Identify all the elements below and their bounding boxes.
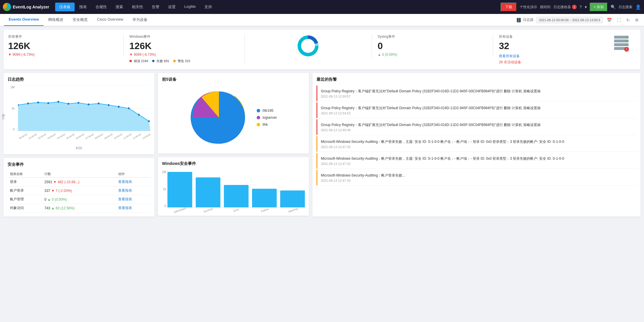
row-name-0: 登录 bbox=[8, 178, 42, 186]
pie-label-1: logserver bbox=[262, 116, 277, 120]
top5-devices-panel: 前5设备 bbox=[158, 73, 309, 154]
nav-item-support[interactable]: 支持 bbox=[200, 3, 216, 11]
warning-value: 315 bbox=[185, 59, 190, 63]
windows-events-change: ▼ 9099 (-6.73%) bbox=[129, 53, 239, 57]
nav-item-logme[interactable]: LogMe bbox=[180, 3, 200, 11]
alert-text-0: Group Policy Registry：客户端扩展无法对"Default D… bbox=[321, 89, 636, 94]
nav-item-dashboard[interactable]: 仪表板 bbox=[55, 3, 75, 11]
bar-failure bbox=[252, 189, 277, 208]
row-change-0: ▼ 482 (-15.68...) bbox=[53, 180, 80, 184]
search-icon[interactable]: 🔍 bbox=[611, 5, 616, 9]
x-label-10: 10:00:00 bbox=[114, 133, 123, 140]
row-action-2[interactable]: 查看报表 bbox=[118, 197, 132, 201]
stat-card-donut bbox=[245, 34, 372, 57]
row-action-0[interactable]: 查看报表 bbox=[118, 180, 132, 184]
tab-security[interactable]: 安全概览 bbox=[68, 14, 92, 26]
x-label-6: 06:00:00 bbox=[75, 133, 84, 140]
x-axis-title: 时间 bbox=[8, 146, 150, 150]
user-icon[interactable]: 👤 bbox=[635, 4, 641, 10]
nav-item-alerts[interactable]: 告警 bbox=[148, 3, 163, 11]
stat-cards-row: 所有事件 126K ▼ 9099 (-6.73%) Windows事件 126K… bbox=[3, 30, 641, 69]
nav-item-settings[interactable]: 设置 bbox=[164, 3, 180, 11]
all-events-change: ▼ 9099 (-6.73%) bbox=[8, 53, 118, 57]
trend-svg-area bbox=[18, 86, 150, 131]
windows-security-panel: Windows安全事件 1M 1k 0 bbox=[158, 157, 309, 216]
log-trend-panel: 日志趋势 1M 1k 0 计数 bbox=[3, 73, 154, 154]
svg-point-22 bbox=[78, 102, 79, 104]
add-button[interactable]: + 添加 bbox=[590, 3, 608, 12]
database-icon: 🗄️ bbox=[516, 18, 521, 22]
alert-item-2: Group Policy Registry：客户端扩展无法对"Default D… bbox=[316, 119, 636, 135]
alert-time-1: 2021-09-13 12:54:53 bbox=[321, 111, 636, 115]
date-range-picker[interactable]: 2021-09-13 00:00:00 ~ 2021-09-13 13:00:5 bbox=[536, 17, 603, 23]
jump-button[interactable]: 跳转到 bbox=[540, 5, 551, 10]
tab-huawei[interactable]: 华为设备 bbox=[128, 14, 152, 26]
alert-time-2: 2021-09-13 12:49:49 bbox=[321, 128, 636, 132]
download-button[interactable]: 下载 bbox=[501, 3, 517, 12]
alert-item-5: Microsoft-Windows-Security-Auditing：帐户登录… bbox=[316, 170, 636, 186]
bar-y-1m: 1M bbox=[162, 170, 166, 174]
windows-events-value: 126K bbox=[129, 40, 239, 51]
logo-icon bbox=[3, 3, 11, 11]
personalize-button[interactable]: 个性化演示 bbox=[520, 5, 537, 10]
log-receiver-button[interactable]: 日志接收器 1 bbox=[553, 5, 577, 10]
app-name: EventLog Analyzer bbox=[13, 5, 49, 9]
row-name-1: 账户登录 bbox=[8, 186, 42, 195]
alert-item-3: Microsoft-Windows-Security-Auditing：帐户登录… bbox=[316, 136, 636, 152]
question-icon[interactable]: ? bbox=[580, 5, 582, 9]
x-label-9: 09:00:00 bbox=[104, 133, 113, 140]
svg-point-25 bbox=[108, 104, 109, 106]
failure-label: 失败 bbox=[156, 59, 164, 63]
nav-item-reports[interactable]: 报表 bbox=[75, 3, 91, 11]
alert-time-0: 2021-09-13 12:59:57 bbox=[321, 95, 636, 98]
stat-card-devices: 所有设备 32 查看所有设备 29 非活动设备 bbox=[493, 34, 636, 65]
tab-events-overview[interactable]: Events Overview bbox=[4, 14, 44, 26]
bar-chart-container: 1M 1k 0 Information bbox=[162, 170, 305, 212]
alert-text-1: Group Policy Registry：客户端扩展无法对"Default D… bbox=[321, 105, 636, 111]
row-count-0: 2591 ▼ 482 (-15.68...) bbox=[42, 178, 116, 186]
calendar-icon[interactable]: 📅 bbox=[606, 17, 613, 24]
alert-text-4: Microsoft-Windows-Security-Auditing：帐户登录… bbox=[321, 156, 636, 161]
gear-icon[interactable]: ⚙ bbox=[634, 17, 640, 24]
log-receiver-badge: 1 bbox=[572, 5, 577, 9]
row-action-1[interactable]: 查看报表 bbox=[118, 188, 132, 193]
nav-item-correlation[interactable]: 相关性 bbox=[128, 3, 147, 11]
all-events-value: 126K bbox=[8, 40, 118, 51]
x-label-7: 07:00:00 bbox=[85, 133, 94, 140]
stat-card-all-events: 所有事件 126K ▼ 9099 (-6.73%) bbox=[8, 34, 124, 57]
x-label-13: 13:00:00 bbox=[142, 133, 151, 140]
sub-nav-right: 🗄️ 日志源 2021-09-13 00:00:00 ~ 2021-09-13 … bbox=[516, 17, 640, 24]
panel-right: 最近的告警 Group Policy Registry：客户端扩展无法对"Def… bbox=[312, 73, 641, 217]
refresh-icon[interactable]: ↻ bbox=[625, 17, 631, 24]
warning-dot bbox=[173, 60, 176, 62]
windows-events-legend: 错误 2184 失败 691 警告 315 bbox=[129, 59, 239, 63]
log-search-button[interactable]: 日志搜索 bbox=[618, 5, 632, 10]
nav-item-compliance[interactable]: 合规性 bbox=[91, 3, 111, 11]
chevron-down-icon[interactable]: ▾ bbox=[585, 5, 587, 9]
table-row: 账户管理 0 ▲ 0 (0.00%) 查看报表 bbox=[8, 195, 150, 204]
x-label-12: 12:00:00 bbox=[132, 133, 141, 140]
table-row: 对象访问 743 ▲ 83 (12.58%) 查看报表 bbox=[8, 204, 150, 213]
y-label-1k: 1k bbox=[11, 107, 15, 110]
nav-item-search[interactable]: 搜索 bbox=[111, 3, 127, 11]
svg-point-21 bbox=[68, 103, 69, 105]
bar-y-axis: 1M 1k 0 bbox=[162, 170, 167, 208]
alert-time-4: 2021-09-13 12:47:33 bbox=[321, 162, 636, 166]
col-name: 报表名称 bbox=[8, 171, 42, 178]
pie-dot-1 bbox=[257, 116, 260, 119]
fullscreen-icon[interactable]: ⛶ bbox=[616, 17, 622, 24]
log-source-selector[interactable]: 🗄️ 日志源 bbox=[516, 17, 533, 22]
pie-chart-area: 08r195 logserver lihk bbox=[162, 86, 305, 150]
row-action-3[interactable]: 查看报表 bbox=[118, 206, 132, 210]
log-trend-chart: 1M 1k 0 计数 bbox=[8, 86, 150, 138]
alert-text-2: Group Policy Registry：客户端扩展无法对"Default D… bbox=[321, 122, 636, 127]
pie-chart bbox=[190, 89, 248, 147]
tab-cisco[interactable]: Cisco Overview bbox=[92, 14, 128, 26]
tab-network[interactable]: 网络概述 bbox=[44, 14, 68, 26]
windows-security-title: Windows安全事件 bbox=[162, 161, 305, 166]
svg-point-10 bbox=[626, 44, 627, 45]
recent-alerts-panel: 最近的告警 Group Policy Registry：客户端扩展无法对"Def… bbox=[312, 73, 641, 217]
security-events-title: 安全事件 bbox=[8, 162, 150, 167]
view-all-devices-link[interactable]: 查看所有设备 bbox=[499, 54, 520, 58]
x-label-1: 01:00:00 bbox=[28, 133, 37, 140]
